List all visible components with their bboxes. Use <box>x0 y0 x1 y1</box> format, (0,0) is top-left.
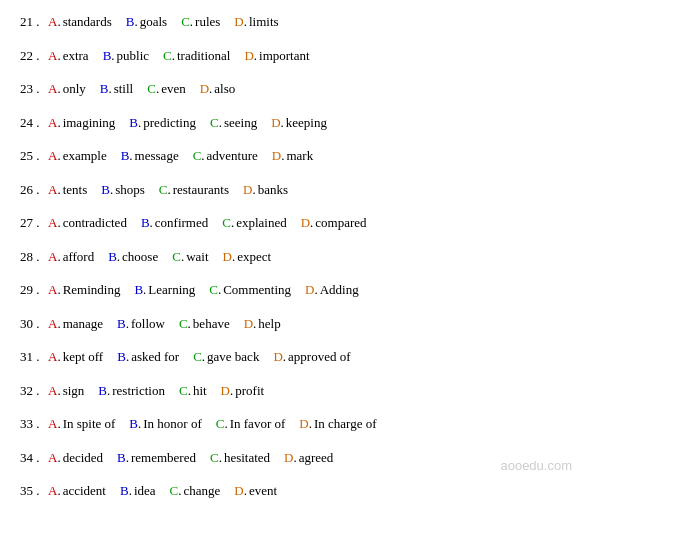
option-item: C . Commenting <box>209 280 291 300</box>
option-dot: . <box>57 381 60 401</box>
option-letter-a: A <box>48 481 57 501</box>
option-letter-a: A <box>48 314 57 334</box>
option-item: B . idea <box>120 481 156 501</box>
option-text: contradicted <box>63 213 127 233</box>
question-number: 33 . <box>20 414 48 434</box>
option-item: B . public <box>103 46 149 66</box>
option-dot: . <box>57 113 60 133</box>
question-item: 27 .A . contradictedB . confirmedC . exp… <box>20 213 672 233</box>
option-dot: . <box>181 247 184 267</box>
option-text: hit <box>193 381 207 401</box>
option-letter-d: D <box>305 280 314 300</box>
option-item: D . also <box>200 79 236 99</box>
option-letter-b: B <box>121 146 130 166</box>
option-letter-d: D <box>299 414 308 434</box>
option-text: expect <box>237 247 271 267</box>
option-text: follow <box>131 314 165 334</box>
option-item: C . hit <box>179 381 207 401</box>
option-text: explained <box>236 213 287 233</box>
option-item: B . still <box>100 79 133 99</box>
option-text: hesitated <box>224 448 270 468</box>
option-text: accident <box>63 481 106 501</box>
option-letter-a: A <box>48 113 57 133</box>
option-letter-c: C <box>222 213 231 233</box>
option-text: goals <box>140 12 167 32</box>
option-item: C . change <box>170 481 221 501</box>
option-text: Adding <box>320 280 359 300</box>
option-text: idea <box>134 481 156 501</box>
option-letter-a: A <box>48 180 57 200</box>
option-text: adventure <box>207 146 258 166</box>
option-letter-a: A <box>48 247 57 267</box>
option-dot: . <box>283 347 286 367</box>
option-dot: . <box>138 113 141 133</box>
option-dot: . <box>219 113 222 133</box>
option-dot: . <box>57 280 60 300</box>
option-letter-a: A <box>48 213 57 233</box>
option-letter-b: B <box>117 347 126 367</box>
option-item: D . mark <box>272 146 313 166</box>
option-dot: . <box>314 280 317 300</box>
question-item: 30 .A . manageB . followC . behaveD . he… <box>20 314 672 334</box>
option-item: D . banks <box>243 180 288 200</box>
option-text: example <box>63 146 107 166</box>
option-text: restaurants <box>173 180 229 200</box>
option-item: A . accident <box>48 481 106 501</box>
option-dot: . <box>190 12 193 32</box>
option-letter-d: D <box>223 247 232 267</box>
option-letter-b: B <box>101 180 110 200</box>
option-letter-b: B <box>98 381 107 401</box>
option-dot: . <box>57 46 60 66</box>
option-text: predicting <box>143 113 196 133</box>
option-text: Reminding <box>63 280 121 300</box>
option-text: restriction <box>112 381 165 401</box>
option-letter-c: C <box>179 381 188 401</box>
option-text: afford <box>63 247 95 267</box>
option-dot: . <box>188 314 191 334</box>
option-item: D . expect <box>223 247 272 267</box>
option-item: C . rules <box>181 12 220 32</box>
option-dot: . <box>156 79 159 99</box>
option-item: A . imagining <box>48 113 115 133</box>
option-dot: . <box>309 414 312 434</box>
question-item: 35 .A . accidentB . ideaC . changeD . ev… <box>20 481 672 501</box>
option-dot: . <box>57 347 60 367</box>
option-dot: . <box>57 314 60 334</box>
option-letter-d: D <box>271 113 280 133</box>
option-item: B . remembered <box>117 448 196 468</box>
option-dot: . <box>138 414 141 434</box>
question-number: 28 . <box>20 247 48 267</box>
question-item: 34 .A . decidedB . rememberedC . hesitat… <box>20 448 672 468</box>
option-text: important <box>259 46 310 66</box>
option-text: manage <box>63 314 103 334</box>
option-dot: . <box>57 213 60 233</box>
option-dot: . <box>57 414 60 434</box>
option-text: only <box>63 79 86 99</box>
option-letter-c: C <box>170 481 179 501</box>
option-dot: . <box>244 481 247 501</box>
option-item: C . wait <box>172 247 208 267</box>
option-text: decided <box>63 448 103 468</box>
option-dot: . <box>57 79 60 99</box>
option-text: In spite of <box>63 414 116 434</box>
option-item: D . event <box>234 481 277 501</box>
option-letter-c: C <box>216 414 225 434</box>
option-text: imagining <box>63 113 116 133</box>
option-item: B . goals <box>126 12 167 32</box>
option-text: also <box>214 79 235 99</box>
question-item: 32 .A . signB . restrictionC . hitD . pr… <box>20 381 672 401</box>
option-dot: . <box>126 314 129 334</box>
option-text: still <box>114 79 134 99</box>
option-item: D . In charge of <box>299 414 376 434</box>
option-text: help <box>258 314 280 334</box>
option-text: behave <box>193 314 230 334</box>
option-item: B . follow <box>117 314 165 334</box>
option-letter-d: D <box>244 314 253 334</box>
option-dot: . <box>150 213 153 233</box>
question-number: 26 . <box>20 180 48 200</box>
option-dot: . <box>129 146 132 166</box>
option-letter-d: D <box>243 180 252 200</box>
option-dot: . <box>253 314 256 334</box>
option-letter-d: D <box>234 481 243 501</box>
option-item: A . sign <box>48 381 84 401</box>
